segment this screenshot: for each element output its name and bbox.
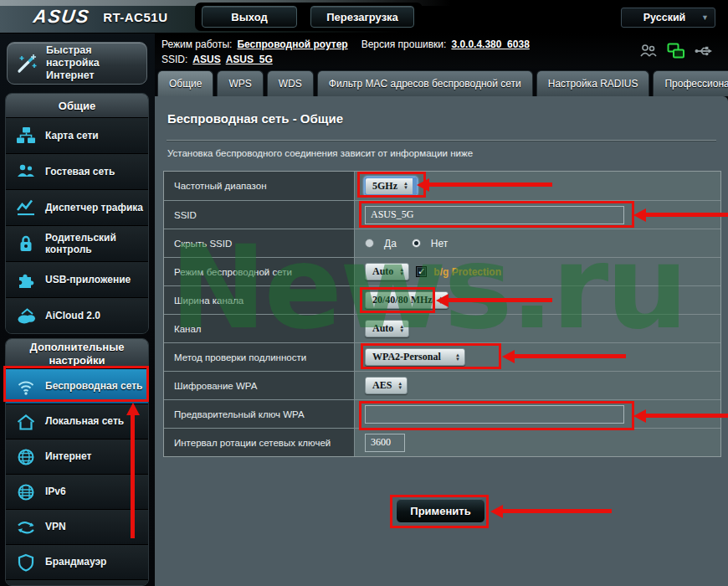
hide-ssid-yes-radio[interactable] <box>365 239 374 248</box>
globe-icon <box>13 448 38 466</box>
radio-label: Да <box>384 238 397 249</box>
sidebar-item-label: Беспроводная сеть <box>45 380 142 392</box>
router-admin-page: ASUS RT-AC51U Выход Перезагрузка Русский… <box>0 0 728 586</box>
settings-table: Частотный диапазон 5GHz SSID Скрыть SSID <box>163 171 721 457</box>
quick-setup-label: Быстрая настройка Интернет <box>46 44 140 82</box>
sidebar-item-label: Карта сети <box>45 130 99 141</box>
language-selector[interactable]: Русский ▼ <box>621 8 715 28</box>
sidebar-item-usb-application[interactable]: USB-приложение <box>6 261 148 297</box>
hide-ssid-no-radio[interactable] <box>412 239 421 248</box>
spinner-icon <box>399 268 404 276</box>
chevron-down-icon: ▼ <box>701 13 709 22</box>
firmware-version-link[interactable]: 3.0.0.4.380_6038 <box>451 39 529 50</box>
sidebar-item-partial <box>6 579 148 586</box>
vpn-arrows-icon <box>13 518 38 537</box>
tab-radius[interactable]: Настройка RADIUS <box>536 70 650 96</box>
sidebar-item-label: VPN <box>45 521 66 532</box>
key-rotation-input[interactable] <box>365 434 405 452</box>
field-label: Интервал ротации сетевых ключей <box>164 429 355 456</box>
field-label: Скрыть SSID <box>164 229 355 257</box>
field-label: Канал <box>164 315 355 342</box>
clients-icon[interactable] <box>639 43 658 59</box>
sidebar-item-label: Гостевая сеть <box>45 166 115 177</box>
frequency-band-select[interactable]: 5GHz <box>365 177 417 195</box>
table-row: Метод проверки подлинности WPA2-Personal <box>164 342 720 371</box>
quick-setup-button[interactable]: Быстрая настройка Интернет <box>7 42 147 85</box>
spinner-icon <box>397 382 402 390</box>
lan-status-icon[interactable] <box>667 43 685 59</box>
logout-button[interactable]: Выход <box>202 6 297 28</box>
wpa-key-input[interactable] <box>365 405 624 424</box>
ssid-5g-link[interactable]: ASUS_5G <box>226 54 273 65</box>
sidebar-item-label: Интернет <box>45 450 91 462</box>
sidebar: Быстрая настройка Интернет Общие Карта с… <box>0 33 155 586</box>
sidebar-item-parental-control[interactable]: Родительский контроль <box>6 225 148 261</box>
firmware-label: Версия прошивки: <box>361 39 447 50</box>
sidebar-item-wireless[interactable]: Беспроводная сеть <box>6 368 148 404</box>
apply-button[interactable]: Применить <box>396 498 485 523</box>
divider <box>167 140 716 141</box>
wireless-mode-select[interactable]: Auto <box>365 263 409 280</box>
tab-wds[interactable]: WDS <box>267 70 314 96</box>
puzzle-icon <box>13 270 38 289</box>
tab-wps[interactable]: WPS <box>217 70 263 96</box>
channel-bandwidth-select[interactable]: 20/40/80 MHz <box>365 291 449 309</box>
field-label: Режим беспроводной сети <box>164 258 355 285</box>
select-value: AES <box>372 379 392 392</box>
sidebar-item-lan[interactable]: Локальная сеть <box>6 404 148 439</box>
general-section-title: Общие <box>6 94 148 117</box>
sidebar-item-label: USB-приложение <box>45 274 131 285</box>
tab-general[interactable]: Общие <box>157 70 213 96</box>
table-row: Режим беспроводной сети Auto b/g Protect… <box>164 257 720 285</box>
sidebar-item-label: Родительский контроль <box>45 232 145 256</box>
sidebar-section-advanced: Дополнительные настройки Беспроводная се… <box>5 338 149 586</box>
bg-protection-label: b/g Protection <box>433 266 501 278</box>
sidebar-item-guest-network[interactable]: Гостевая сеть <box>6 153 148 189</box>
sidebar-item-traffic-manager[interactable]: Диспетчер трафика <box>6 189 148 225</box>
wifi-icon <box>13 378 38 396</box>
sidebar-section-general: Общие Карта сети <box>5 93 149 334</box>
select-value: Auto <box>372 322 393 335</box>
spinner-icon <box>399 325 404 333</box>
spinner-icon <box>438 296 443 305</box>
sidebar-item-ipv6[interactable]: IPv6 <box>6 474 148 509</box>
field-label: Ширина канала <box>164 286 355 314</box>
ssid-label: SSID: <box>161 54 187 65</box>
reboot-button[interactable]: Перезагрузка <box>310 6 414 28</box>
home-icon <box>13 413 38 431</box>
table-row: Канал Auto <box>164 314 720 342</box>
traffic-chart-icon <box>13 198 38 217</box>
spinner-icon <box>403 182 408 190</box>
sidebar-item-label: Брандмауэр <box>45 556 106 568</box>
table-row: Скрыть SSID Да Нет <box>164 229 720 257</box>
table-row: Частотный диапазон 5GHz <box>164 172 720 200</box>
table-row: Предварительный ключ WPA <box>164 399 720 428</box>
wpa-encryption-select[interactable]: AES <box>365 377 408 394</box>
topbar: ASUS RT-AC51U Выход Перезагрузка Русский… <box>0 0 728 33</box>
tab-professional[interactable]: Профессионально <box>653 70 728 96</box>
field-label: Метод проверки подлинности <box>164 343 355 371</box>
ssid-input[interactable] <box>365 206 624 224</box>
operation-mode-link[interactable]: Беспроводной роутер <box>237 39 347 50</box>
ssid-24g-link[interactable]: ASUS <box>192 54 220 65</box>
usb-status-icon[interactable] <box>695 43 713 59</box>
sidebar-item-aicloud[interactable]: AiCloud 2.0 <box>6 297 148 333</box>
sidebar-item-wan[interactable]: Интернет <box>6 439 148 474</box>
bg-protection-checkbox[interactable] <box>416 266 427 277</box>
shield-icon <box>13 553 38 572</box>
tab-mac-filter[interactable]: Фильтр MAC адресов беспроводной сети <box>317 70 533 96</box>
sidebar-item-firewall[interactable]: Брандмауэр <box>6 544 148 579</box>
sidebar-item-vpn[interactable]: VPN <box>6 509 148 544</box>
table-row: SSID <box>164 200 720 229</box>
content-panel: Беспроводная сеть - Общие Установка бесп… <box>155 96 728 586</box>
spinner-icon <box>455 353 460 362</box>
network-map-icon <box>13 126 38 145</box>
channel-select[interactable]: Auto <box>365 320 409 337</box>
mode-label: Режим работы: <box>161 39 232 50</box>
select-value: Auto <box>372 265 393 278</box>
tab-bar: Общие WPS WDS Фильтр MAC адресов беспров… <box>157 69 728 96</box>
sidebar-item-network-map[interactable]: Карта сети <box>6 117 148 153</box>
auth-method-select[interactable]: WPA2-Personal <box>365 348 465 366</box>
language-label: Русский <box>628 12 701 23</box>
ipv6-globe-icon <box>13 483 38 501</box>
